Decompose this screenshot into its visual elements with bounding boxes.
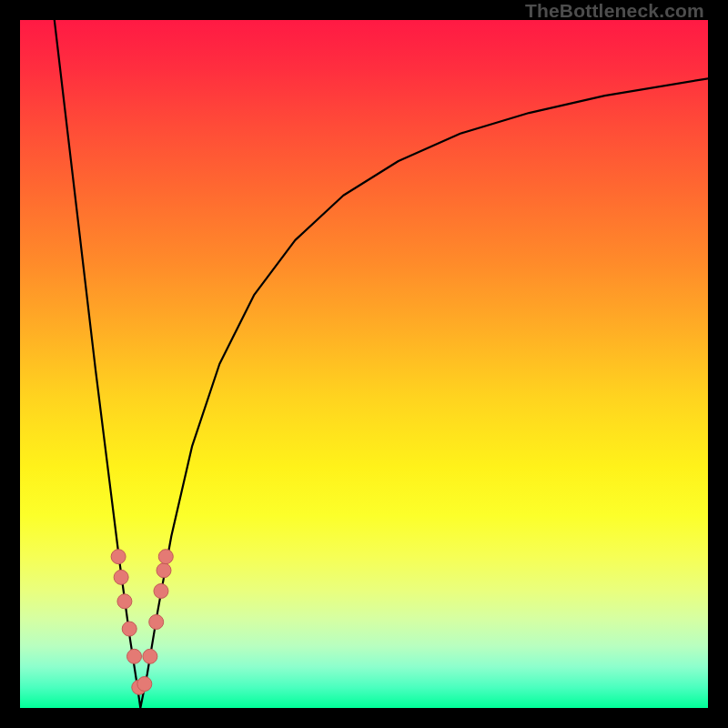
chart-frame: TheBottleneck.com: [0, 0, 728, 728]
watermark-text: TheBottleneck.com: [525, 0, 704, 22]
plot-area: [20, 20, 708, 708]
marker-point: [122, 622, 136, 636]
markers-layer: [20, 20, 708, 708]
marker-point: [154, 583, 168, 598]
marker-point: [137, 677, 152, 692]
marker-point: [111, 550, 126, 564]
marker-point: [157, 563, 171, 578]
marker-point: [158, 550, 173, 564]
marker-point: [143, 649, 157, 663]
marker-point: [127, 649, 142, 663]
marker-point: [149, 615, 164, 630]
marker-group: [111, 550, 173, 695]
marker-point: [117, 594, 132, 609]
marker-point: [114, 570, 128, 584]
